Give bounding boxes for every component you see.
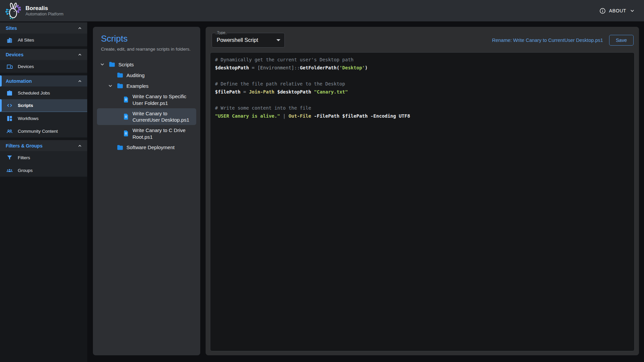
sidebar-section-header[interactable]: Sites <box>0 22 87 34</box>
brand-subtitle: Automation Platform <box>25 12 63 16</box>
editor-header-actions: Rename: Write Canary to CurrentUser Desk… <box>492 35 634 46</box>
chevron-up-icon <box>77 143 83 148</box>
code-token: # Define the file path relative to the D… <box>215 81 345 86</box>
file-icon <box>122 113 130 120</box>
code-token: ) <box>365 65 368 70</box>
tree-file-write-canary-to-specific-user-folder-ps1[interactable]: Write Canary to Specific User Folder.ps1 <box>97 91 196 108</box>
script-type-select[interactable]: Type Powershell Script <box>212 33 285 48</box>
tree-folder-scripts[interactable]: Scripts <box>97 59 196 70</box>
sidebar-item-community-content[interactable]: Community Content <box>0 125 87 137</box>
sidebar-item-scripts[interactable]: Scripts <box>0 99 87 112</box>
filter-icon <box>6 154 13 161</box>
sidebar-item-groups[interactable]: Groups <box>0 164 87 177</box>
sidebar-item-label: Workflows <box>18 116 39 121</box>
topbar: Borealis Automation Platform ABOUT <box>0 0 644 21</box>
sidebar-item-label: Groups <box>18 168 33 173</box>
folder-icon <box>116 144 124 151</box>
code-token: GetFolderPath <box>300 65 337 70</box>
empty-chevron-slot <box>107 144 114 151</box>
sidebar-item-label: Scheduled Jobs <box>18 90 50 96</box>
code-token: "USER Canary is alive." <box>215 113 280 119</box>
tree-file-write-canary-to-currentuser-desktop-ps1[interactable]: Write Canary to CurrentUser Desktop.ps1 <box>97 108 196 125</box>
code-token: $desktopPath <box>215 65 249 70</box>
code-token: -FilePath <box>311 113 342 119</box>
tree-item-label: Software Deployment <box>126 144 174 151</box>
code-token: $filePath <box>215 89 240 95</box>
sidebar-section-label: Devices <box>6 52 23 57</box>
tree-item-label: Write Canary to C Drive Root.ps1 <box>132 127 194 140</box>
scripts-panel-subtitle: Create, edit, and rearrange scripts in f… <box>101 47 192 52</box>
tree-folder-examples[interactable]: Examples <box>97 80 196 91</box>
folder-icon <box>108 61 116 68</box>
scripts-panel-title: Scripts <box>101 34 192 44</box>
chevron-up-icon <box>77 52 83 57</box>
code-token: = [Environment]:: <box>249 65 300 70</box>
sidebar-item-all-sites[interactable]: All Sites <box>0 34 87 46</box>
building-icon <box>6 37 13 44</box>
sidebar-section-label: Filters & Groups <box>6 143 43 148</box>
sidebar-item-workflows[interactable]: Workflows <box>0 112 87 125</box>
chevron-down-icon <box>629 8 635 14</box>
code-line: # Write some content into the file <box>215 104 630 112</box>
scripts-panel-header: Scripts Create, edit, and rearrange scri… <box>93 34 200 52</box>
people-icon <box>6 128 13 135</box>
code-token: 'Desktop' <box>339 65 365 70</box>
sidebar-section-filters-groups: Filters & GroupsFiltersGroups <box>0 140 87 177</box>
sidebar-section-label: Automation <box>6 78 32 84</box>
code-token: = <box>240 89 249 95</box>
borealis-rabbit-logo <box>5 2 21 19</box>
file-icon <box>122 130 130 137</box>
sidebar-section-label: Sites <box>6 25 17 31</box>
code-token <box>311 89 314 95</box>
code-line: $desktopPath = [Environment]::GetFolderP… <box>215 64 630 72</box>
editor-panel: Type Powershell Script Rename: Write Can… <box>206 27 639 355</box>
editor-header: Type Powershell Script Rename: Write Can… <box>210 32 635 48</box>
sidebar-item-devices[interactable]: Devices <box>0 60 87 73</box>
code-token: -Encoding UTF8 <box>368 113 410 119</box>
sidebar-item-filters[interactable]: Filters <box>0 151 87 164</box>
tree-item-label: Auditing <box>126 72 145 79</box>
sidebar-section-header[interactable]: Automation <box>0 75 87 86</box>
scripts-panel: Scripts Create, edit, and rearrange scri… <box>93 27 200 355</box>
sidebar-item-label: Scripts <box>18 103 33 108</box>
code-token: Out-File <box>288 113 311 119</box>
type-select-value: Powershell Script <box>217 37 258 43</box>
brand-title: Borealis <box>25 5 63 12</box>
code-line: # Define the file path relative to the D… <box>215 80 630 88</box>
code-token: ( <box>336 65 339 70</box>
rename-link[interactable]: Rename: Write Canary to CurrentUser Desk… <box>492 38 603 43</box>
chevron-up-icon <box>77 25 83 31</box>
code-editor[interactable]: # Dynamically get the current user's Des… <box>210 52 635 351</box>
chevron-up-icon <box>77 78 83 84</box>
devices-icon <box>6 63 13 70</box>
about-label: ABOUT <box>609 8 626 13</box>
script-tree: ScriptsAuditingExamplesWrite Canary to S… <box>93 59 200 153</box>
tree-folder-software-deployment[interactable]: Software Deployment <box>97 142 196 153</box>
tree-file-write-canary-to-c-drive-root-ps1[interactable]: Write Canary to C Drive Root.ps1 <box>97 125 196 142</box>
file-icon <box>122 96 130 103</box>
tree-item-label: Examples <box>126 82 149 89</box>
tree-item-label: Scripts <box>118 61 134 68</box>
code-line <box>215 72 630 80</box>
save-button[interactable]: Save <box>609 35 634 46</box>
tree-item-label: Write Canary to CurrentUser Desktop.ps1 <box>132 110 194 124</box>
sidebar-section-header[interactable]: Devices <box>0 49 87 60</box>
code-token: # Dynamically get the current user's Des… <box>215 57 354 62</box>
tree-item-label: Write Canary to Specific User Folder.ps1 <box>132 93 194 107</box>
tree-folder-auditing[interactable]: Auditing <box>97 70 196 80</box>
info-icon <box>599 7 606 14</box>
sidebar-section-header[interactable]: Filters & Groups <box>0 140 87 151</box>
chevron-down-icon <box>99 61 106 68</box>
sidebar-section-sites: SitesAll Sites <box>0 22 87 46</box>
sidebar-section-devices: DevicesDevices <box>0 49 87 73</box>
code-token: | <box>280 113 288 119</box>
select-caret-icon <box>276 39 280 41</box>
groups-icon <box>6 167 13 174</box>
sidebar-item-scheduled-jobs[interactable]: Scheduled Jobs <box>0 86 87 99</box>
code-line: # Dynamically get the current user's Des… <box>215 56 630 64</box>
type-select-label: Type <box>215 31 227 35</box>
main-layout: SitesAll SitesDevicesDevicesAutomationSc… <box>0 21 644 362</box>
about-button[interactable]: ABOUT <box>599 7 635 14</box>
brand: Borealis Automation Platform <box>5 2 63 19</box>
workflow-icon <box>6 115 13 122</box>
